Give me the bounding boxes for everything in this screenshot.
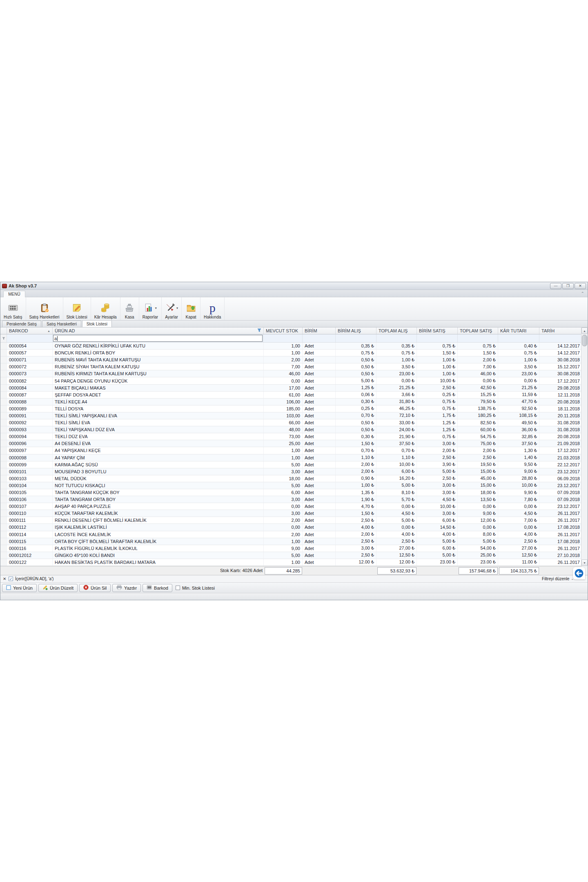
min-stok-listesi-checkbox[interactable]: Min. Stok Listesi xyxy=(176,586,215,590)
filter-cell-barkod[interactable] xyxy=(7,334,53,342)
filter-cell[interactable] xyxy=(264,334,303,342)
folder-arrow-icon xyxy=(186,302,196,314)
tab-satis-haraketleri[interactable]: Satış Haraketleri xyxy=(42,321,81,327)
filter-cell[interactable] xyxy=(336,334,376,342)
table-row[interactable]: 0000110 KÜÇÜK TARAFTAR KALEMLİK 3,00 Ade… xyxy=(0,510,582,517)
cell-birim-satis: 4,00 ₺ xyxy=(417,531,458,538)
cell-toplam-alis: 5,00 ₺ xyxy=(376,517,417,523)
scroll-down-icon[interactable]: ▼ xyxy=(581,559,588,566)
table-row[interactable]: 0000093 TEKLİ YAPIŞKANLI DÜZ EVA 48,00 A… xyxy=(0,426,582,433)
toolbar-button-raporlar[interactable]: ▾ Raporlar xyxy=(139,297,162,320)
toolbar-button-hakkinda[interactable]: p Hakkında xyxy=(200,297,225,320)
filter-cell-urun-ad[interactable]: a xyxy=(53,334,264,342)
column-header-barkod[interactable]: BARKOD▲ xyxy=(7,327,53,334)
yeni-urun-button[interactable]: Yeni Ürün xyxy=(2,584,37,592)
table-row[interactable]: 0000054 OYNAR GÖZ RENKLİ KİRPİKLİ UFAK K… xyxy=(0,343,582,350)
filter-cell[interactable] xyxy=(498,334,539,342)
filter-cell[interactable] xyxy=(417,334,458,342)
column-header-mevcut-stok[interactable]: MEVCUT STOK xyxy=(264,327,303,334)
table-row[interactable]: 0000087 ŞEFFAF DOSYA ADET 61,00 Adet 0,0… xyxy=(0,392,582,399)
table-row[interactable]: 0000084 MAKET BIÇAKLI MAKAS 17,00 Adet 1… xyxy=(0,385,582,392)
scrollbar-thumb[interactable] xyxy=(582,335,587,346)
toolbar-button-kapat[interactable]: Kapat xyxy=(182,297,200,320)
filter-cell[interactable] xyxy=(303,334,336,342)
table-row[interactable]: 000012012 GİNGKO 45*100 KOLİ BANDI 5,00 … xyxy=(0,552,582,559)
urun-ad-filter-input[interactable]: a xyxy=(53,335,263,342)
filter-cell[interactable] xyxy=(376,334,417,342)
column-header-toplam-satis[interactable]: TOPLAM SATIŞ xyxy=(458,327,498,334)
column-header-kar-tutari[interactable]: KÂR TUTARI xyxy=(498,327,539,334)
close-filter-icon[interactable]: ✕ xyxy=(3,577,8,581)
table-row[interactable]: 0000091 TEKLİ SİMLİ YAPIŞKANLI EVA 103,0… xyxy=(0,412,582,419)
table-row[interactable]: 0000115 ORTA BOY ÇİFT BÖLMELİ TARAFTAR K… xyxy=(0,538,582,545)
column-header-toplam-alis[interactable]: TOPLAM ALIŞ xyxy=(376,327,417,334)
toolbar-label: Kapat xyxy=(185,315,196,319)
table-row[interactable]: 0000073 RUBENİS KIRMIZI TAHTA KALEM KART… xyxy=(0,370,582,377)
toolbar-button-stok-listesi[interactable]: Stok Listesi xyxy=(63,297,91,320)
table-row[interactable]: 0000105 TAHTA TANGRAM KÜÇÜK BOY 6,00 Ade… xyxy=(0,489,582,496)
cell-birim: Adet xyxy=(303,454,336,461)
barkod-button[interactable]: Barkod xyxy=(143,584,172,592)
table-row[interactable]: 0000101 MOUSEPAD 3 BOYUTLU 3,00 Adet 2,0… xyxy=(0,468,582,475)
column-header-urun-ad[interactable]: ÜRÜN AD xyxy=(53,327,264,334)
table-row[interactable]: 0000114 LACOSTE İNCE KALEMLİK 2,00 Adet … xyxy=(0,531,582,538)
cell-tarih: 17.08.2018 xyxy=(539,538,582,545)
table-row[interactable]: 0000096 A4 DESENLİ EVA 25,00 Adet 1,50 ₺… xyxy=(0,440,582,447)
menu-tab[interactable]: MENÜ xyxy=(3,291,25,297)
table-row[interactable]: 0000082 54 PARÇA DENGE OYUNU KÜÇÜK 0,00 … xyxy=(0,377,582,384)
cell-urun-ad: TEKLİ SİMLİ YAPIŞKANLI EVA xyxy=(53,412,264,419)
table-row[interactable]: 0000116 PLASTİK FİGÜRLÜ KALEMLİK İLKOKUL… xyxy=(0,545,582,552)
table-row[interactable]: 0000103 METAL DÜDÜK 18,00 Adet 0,90 ₺ 16… xyxy=(0,475,582,482)
collapse-ribbon-icon[interactable]: ⌃ xyxy=(581,291,584,296)
urun-sil-button[interactable]: Ürün Sil xyxy=(79,584,111,592)
table-row[interactable]: 0000094 TEKLİ DÜZ EVA 73,00 Adet 0,30 ₺ … xyxy=(0,433,582,440)
remote-arrow-overlay-icon[interactable] xyxy=(573,567,585,579)
yazdir-button[interactable]: Yazdır xyxy=(112,584,141,592)
table-row[interactable]: 0000057 BONCUK RENKLİ ORTA BOY 1,00 Adet… xyxy=(0,350,582,356)
table-row[interactable]: 0000097 A4 YAPIŞKANLI KEÇE 1,00 Adet 0,7… xyxy=(0,447,582,454)
table-row[interactable]: 0000098 A4 YAPAY ÇİM 1,00 Adet 1,10 ₺ 1,… xyxy=(0,454,582,461)
table-row[interactable]: 0000112 IŞIK KALEMLİK LASTİKLİ 0,00 Adet… xyxy=(0,524,582,531)
close-button[interactable]: ✕ xyxy=(575,283,586,289)
cell-tarih: 21.03.2018 xyxy=(539,454,582,461)
cell-toplam-alis: 3,66 ₺ xyxy=(376,392,417,398)
table-row[interactable]: 0000072 RUBENİZ SİYAH TAHTA KALEM KATUŞU… xyxy=(0,363,582,370)
table-row[interactable]: 0000071 RUBENİS MAVİ TAHTA KALEM KARTUŞU… xyxy=(0,356,582,363)
urun-duzelt-button[interactable]: Ürün Düzelt xyxy=(38,584,78,592)
filter-enabled-checkbox[interactable]: ✓ xyxy=(9,577,13,581)
toolbar-button-kasa[interactable]: Kasa xyxy=(120,297,139,320)
table-row[interactable]: 0000111 RENKLİ DESENLİ ÇİFT BÖLMELİ KALE… xyxy=(0,517,582,524)
filter-funnel-icon[interactable] xyxy=(257,328,261,333)
tab-stok-listesi[interactable]: Stok Listesi xyxy=(82,320,112,327)
chevron-down-icon: ▾ xyxy=(176,306,178,310)
restore-button[interactable]: ❐ xyxy=(562,283,574,289)
cell-toplam-alis: 3,50 ₺ xyxy=(376,363,417,370)
table-row[interactable]: 0000088 TEKLİ KEÇE A4 106,00 Adet 0,30 ₺… xyxy=(0,399,582,405)
minimize-button[interactable]: — xyxy=(550,283,561,289)
table-row[interactable]: 0000122 HAKAN BESİKTAS PLASTİK BARDAKLI … xyxy=(0,559,582,566)
table-row[interactable]: 0000106 TAHTA TANGRAM ORTA BOY 3,00 Adet… xyxy=(0,496,582,503)
column-header-birim-satis[interactable]: BİRİM SATIŞ xyxy=(417,327,458,334)
filter-cell[interactable] xyxy=(458,334,498,342)
table-row[interactable]: 0000099 KARMA AĞAÇ SÜSÜ 5,00 Adet 2,00 ₺… xyxy=(0,461,582,468)
cell-birim-alis: 0,50 ₺ xyxy=(336,426,376,433)
scroll-up-icon[interactable]: ▲ xyxy=(581,327,588,334)
tab-perakende-satis[interactable]: Perakende Satış xyxy=(2,321,41,327)
cell-mevcut-stok: 17,00 xyxy=(264,385,303,391)
cell-birim-satis: 2,50 ₺ xyxy=(417,475,458,482)
column-header-tarih[interactable]: TARİH xyxy=(539,327,582,334)
toolbar-button-hizli-satis[interactable]: Hızlı Satış xyxy=(0,297,26,320)
toolbar-button-satis-hareketleri[interactable]: Satış Hareketleri xyxy=(26,297,63,320)
toolbar-button-kar-hesapla[interactable]: Kâr Hesapla xyxy=(91,297,120,320)
column-header-birim-alis[interactable]: BİRİM ALIŞ xyxy=(336,327,376,334)
vertical-scrollbar[interactable]: ▲ ▼ xyxy=(581,327,588,566)
toolbar-button-ayarlar[interactable]: ▾ Ayarlar xyxy=(162,297,182,320)
table-row[interactable]: 0000104 NOT TUTUCU KISKAÇLI 5,00 Adet 1,… xyxy=(0,482,582,489)
table-row[interactable]: 0000107 AHŞAP 40 PARÇA PUZZLE 0,00 Adet … xyxy=(0,503,582,510)
table-row[interactable]: 0000092 TEKLİ SİMLİ EVA 66,00 Adet 0,50 … xyxy=(0,419,582,426)
edit-filter-link[interactable]: Filtreyi düzenle⌄ xyxy=(542,577,574,581)
column-header-birim[interactable]: BİRİM xyxy=(303,327,336,334)
filter-cell[interactable] xyxy=(539,334,582,342)
table-row[interactable]: 0000089 TELLİ DOSYA 185,00 Adet 0,25 ₺ 4… xyxy=(0,405,582,412)
cell-toplam-satis: 42,50 ₺ xyxy=(458,385,498,391)
